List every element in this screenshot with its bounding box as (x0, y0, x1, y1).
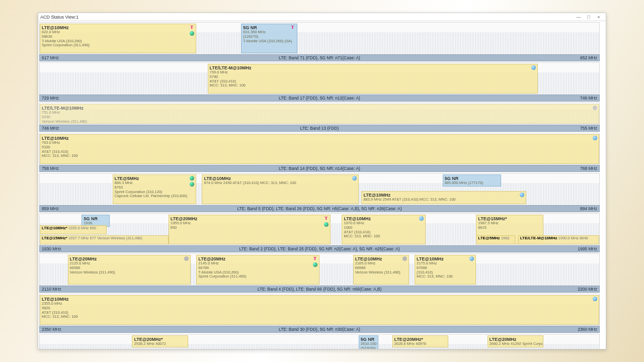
block-detail: Verizon Wireless (311,480) (355, 270, 407, 275)
band-body[interactable]: LTE@5MHz866.3 MHz8763Sprint Corporation … (39, 173, 600, 205)
close-button[interactable]: × (594, 15, 604, 20)
freq-end: 768 MHz (580, 166, 597, 171)
band-description: LTE: Band 17 (FDD), 5G NR: n12(Case: A) (59, 96, 580, 101)
band-row: LTE@5MHz866.3 MHz8763Sprint Corporation … (39, 173, 600, 212)
block-title: LTE@20MHz (171, 216, 329, 221)
nr-block[interactable]: 5G NR885.850 MHz (177170) (443, 174, 502, 187)
lte-block[interactable]: LTE@10MHz883.9 MHz 2549 AT&T (310,410) M… (361, 191, 526, 204)
band-body[interactable]: LTE@20MHz2523.8 MHz 39920LTE@20MHz*2538.… (39, 334, 600, 349)
band-row: LTE@20MHz2523.8 MHz 39920LTE@20MHz*2538.… (39, 334, 600, 349)
mini-block[interactable]: LTE@5MHz 1982. (476, 235, 515, 244)
lte-block[interactable]: LTE@20MHz*2628.8 MHz 40978 (392, 335, 448, 347)
block-detail: 1987.5 MHz (478, 221, 541, 226)
block-detail: 850 (171, 226, 329, 230)
block-detail: 885.850 MHz (177170) (445, 181, 500, 186)
band-row: LTE/LTE-M@10MHz739.0 MHz5780AT&T (310,41… (39, 62, 600, 102)
block-detail: (522030) (361, 346, 376, 349)
lte-block[interactable]: LTE@10MHz874.0 MHz 2450 AT&T (310,410) M… (202, 174, 358, 204)
globe-icon (313, 262, 317, 267)
band-row: LTE@10MHz622.0 MHz68636T-Mobile USA (310… (39, 22, 600, 61)
block-detail: 622.0 MHz (42, 30, 194, 35)
titlebar[interactable]: ACD Status View:1 — □ × (38, 13, 606, 21)
lte-block[interactable]: LTE@10MHz2355.0 MHz9820AT&T (310,410)MCC… (40, 295, 599, 325)
block-detail: 8615 (478, 226, 541, 230)
scroll-area[interactable]: LTE@10MHz622.0 MHz68636T-Mobile USA (310… (38, 21, 606, 349)
band-label: 859 MHzLTE: Band 5 (FDD), LTE: Band 26 (… (39, 205, 600, 212)
app-window: ACD Status View:1 — □ × LTE@10MHz622.0 M… (38, 13, 606, 349)
block-detail: 5780 (210, 75, 536, 79)
freq-start: 729 MHz (42, 96, 59, 101)
block-detail: 9820 (42, 306, 597, 311)
mini-block[interactable]: LTE@15MHz* 1937.7 MHz 677 Verizon Wirele… (40, 235, 169, 244)
freq-start: 2110 MHz (42, 287, 61, 292)
lte-block[interactable]: LTE/LTE-M@10MHz751.0 MHz5230Verizon Wire… (40, 104, 599, 124)
lte-block[interactable]: LTE@5MHz866.3 MHz8763Sprint Corporation … (113, 174, 197, 204)
band-body[interactable]: LTE@10MHz622.0 MHz68636T-Mobile USA (310… (39, 22, 600, 54)
content-area: LTE@10MHz622.0 MHz68636T-Mobile USA (310… (38, 21, 606, 349)
block-detail: Sprint Corporation (311,490) (198, 275, 317, 279)
lte-block[interactable]: LTE/LTE-M@10MHz739.0 MHz5780AT&T (310,41… (208, 64, 538, 94)
band-description: LTE: Band 30 (FDD), 5G NR: n30(Case: A) (61, 327, 578, 332)
block-detail: T-Mobile USA (310,260) (SA) (243, 39, 295, 44)
block-detail: 883.9 MHz 2549 AT&T (310,410) MCC: 313, … (363, 198, 524, 202)
lte-block[interactable]: LTE@20MHz2125.0 MHz66586Verizon Wireless… (68, 255, 191, 285)
lte-block[interactable]: LTE@10MHz2175.0 MHz67086(310,410)MCC: 31… (415, 255, 476, 285)
lte-block[interactable]: LTE@20MHz2660.2 MHz 41292 Sprint Corpor (488, 335, 543, 347)
block-detail: Caprock Cellular Ltd. Partnership (310,8… (115, 194, 195, 199)
nr-block[interactable]: 5G NR631.350 MHz(126270)T-Mobile USA (31… (241, 24, 297, 53)
mini-block[interactable]: LTE@10MHz* 1935.0 MHz 650 (40, 225, 107, 234)
block-detail: AT&T (310,410) (42, 150, 597, 154)
band-description: LTE: Band 2 (FDD), LTE: Band 25 (FDD), 5… (61, 246, 578, 251)
block-detail: 751.0 MHz (42, 111, 597, 115)
freq-start: 2350 MHz (42, 327, 61, 332)
block-detail: MCC: 313, MNC: 100 (210, 83, 536, 88)
maximize-button[interactable]: □ (584, 15, 594, 20)
lte-block[interactable]: LTE@10MHz763.0 MHz5330AT&T (310,410)MCC:… (40, 134, 599, 164)
nr-block[interactable]: 5G NR2610.150 MHz(522030)T-Mobile (359, 335, 378, 349)
block-detail: Sprint Corporation (311,490) (42, 43, 194, 48)
block-detail: 2538.2 MHz 40072 (134, 342, 186, 346)
block-title: LTE/LTE-M@10MHz (42, 106, 597, 111)
block-detail: 2355.0 MHz (42, 302, 597, 306)
block-detail: Verizon Wireless (311,490) (70, 270, 189, 275)
band-row: LTE/LTE-M@10MHz751.0 MHz5230Verizon Wire… (39, 103, 600, 132)
lte-block[interactable]: LTE@20MHz*2538.2 MHz 40072 (132, 335, 188, 347)
band-body[interactable]: LTE/LTE-M@10MHz751.0 MHz5230Verizon Wire… (39, 103, 600, 125)
block-detail: 5330 (42, 145, 597, 150)
freq-start: 758 MHz (42, 166, 59, 171)
block-detail: MCC: 313, MNC: 100 (344, 234, 424, 239)
lte-block[interactable]: LTE@10MHz622.0 MHz68636T-Mobile USA (310… (40, 24, 196, 53)
att-icon (593, 136, 597, 140)
block-detail: Verizon Wireless (311,480) (42, 120, 597, 124)
att-icon (593, 297, 597, 301)
freq-end: 1995 MHz (578, 246, 597, 251)
band-description: LTE: Band 5 (FDD), LTE: Band 26 (FDD), 5… (59, 206, 580, 211)
block-detail: 763.0 MHz (42, 141, 597, 145)
band-row: LTE@10MHz763.0 MHz5330AT&T (310,410)MCC:… (39, 133, 600, 172)
lte-block[interactable]: LTE@20MHz1955.0 MHz850 (169, 215, 331, 244)
block-detail: 1955.0 MHz (171, 221, 329, 226)
lte-block[interactable]: LTE@10MHz1970.0 MHz1000AT&T (310,410)MCC… (342, 215, 426, 244)
block-detail: MCC: 313, MNC: 100 (417, 275, 474, 279)
mini-block[interactable]: LTE/LTE-M@10MHz 1990.0 MHz 8640 (518, 235, 599, 244)
freq-end: 2200 MHz (578, 287, 597, 292)
att-icon (352, 176, 357, 180)
band-body[interactable]: 5G NR1936.LTE@20MHz1955.0 MHz850LTE@10MH… (39, 213, 600, 245)
lte-block[interactable]: LTE@10MHz2165.0 MHz66986Verizon Wireless… (353, 255, 409, 285)
freq-end: 894 MHz (580, 206, 597, 211)
minimize-button[interactable]: — (574, 15, 584, 20)
band-body[interactable]: LTE@20MHz2125.0 MHz66586Verizon Wireless… (39, 253, 600, 286)
gray-icon (593, 106, 597, 110)
band-body[interactable]: LTE/LTE-M@10MHz739.0 MHz5780AT&T (310,41… (39, 62, 600, 95)
block-detail: MCC: 313, MNC: 100 (42, 315, 597, 319)
band-body[interactable]: LTE@10MHz2355.0 MHz9820AT&T (310,410)MCC… (39, 294, 600, 326)
block-detail: 739.0 MHz (210, 70, 536, 75)
lte-block[interactable]: LTE@20MHz2145.0 MHz66786T-Mobile USA (31… (196, 255, 319, 285)
block-detail: 2145.0 MHz (198, 261, 317, 266)
block-title: LTE@10MHz (42, 136, 597, 141)
tmag-icon (291, 25, 295, 30)
block-detail: MCC: 313, MNC: 100 (42, 154, 597, 158)
freq-end: 746 MHz (580, 96, 597, 101)
band-body[interactable]: LTE@10MHz763.0 MHz5330AT&T (310,410)MCC:… (39, 133, 600, 165)
band-description: LTE: Band 13 (FDD) (59, 126, 580, 131)
